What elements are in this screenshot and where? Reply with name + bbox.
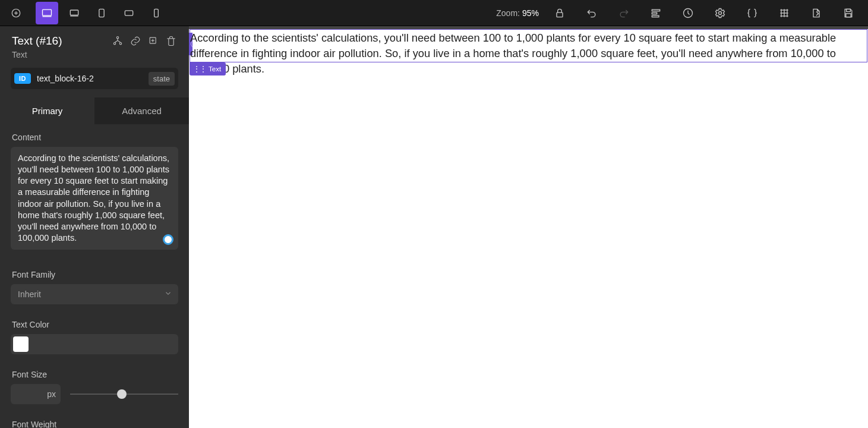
font-family-value: Inherit: [18, 289, 41, 299]
font-size-input[interactable]: px: [11, 384, 61, 404]
device-desktop-button[interactable]: [63, 2, 86, 24]
css-button[interactable]: [741, 2, 763, 24]
section-font-weight-label: Font Weight: [0, 404, 189, 428]
svg-point-15: [719, 11, 722, 14]
add-element-button[interactable]: [5, 2, 27, 24]
svg-rect-9: [154, 9, 159, 17]
tab-advanced[interactable]: Advanced: [94, 97, 189, 124]
delete-icon[interactable]: [165, 35, 177, 47]
svg-point-26: [119, 43, 121, 45]
device-group: [36, 2, 168, 24]
section-text-color-label: Text Color: [0, 304, 189, 334]
state-chip[interactable]: state: [149, 72, 175, 86]
svg-rect-23: [846, 13, 851, 17]
content-textarea[interactable]: According to the scientists' calculation…: [11, 147, 178, 250]
svg-rect-5: [70, 10, 78, 15]
slider-knob[interactable]: [117, 389, 127, 399]
svg-rect-7: [99, 9, 104, 17]
export-button[interactable]: [805, 2, 828, 24]
grid-button[interactable]: [773, 2, 796, 24]
font-size-slider[interactable]: [70, 388, 178, 400]
drag-handle-icon[interactable]: ⋮⋮: [193, 65, 206, 73]
text-color-input[interactable]: [11, 334, 178, 354]
redo-button[interactable]: [613, 2, 635, 24]
content-text-value: According to the scientists' calculation…: [18, 153, 171, 244]
device-tablet-landscape-button[interactable]: [118, 2, 140, 24]
svg-rect-8: [125, 10, 132, 15]
svg-rect-10: [557, 12, 563, 17]
lock-button[interactable]: [548, 2, 571, 24]
svg-rect-12: [652, 12, 656, 14]
chevron-down-icon: [164, 289, 172, 300]
section-content-label: Content: [0, 124, 189, 147]
color-swatch[interactable]: [13, 336, 29, 352]
undo-button[interactable]: [580, 2, 603, 24]
selection-tag-label: Text: [209, 65, 221, 73]
structure-button[interactable]: [645, 2, 667, 24]
zoom-label-text: Zoom:: [496, 8, 520, 18]
duplicate-icon[interactable]: [147, 35, 159, 47]
svg-rect-13: [652, 15, 659, 17]
id-chip: ID: [14, 73, 31, 84]
history-button[interactable]: [677, 2, 699, 24]
link-icon[interactable]: [130, 35, 141, 47]
font-size-unit: px: [47, 389, 56, 399]
element-id-row[interactable]: ID text_block-16-2 state: [11, 68, 178, 89]
grammarly-icon[interactable]: [163, 234, 173, 245]
section-font-family-label: Font Family: [0, 250, 189, 284]
element-id-value: text_block-16-2: [37, 74, 143, 83]
font-family-select[interactable]: Inherit: [11, 284, 178, 304]
zoom-value: 95%: [522, 8, 539, 18]
selection-tag[interactable]: ⋮⋮ Text: [190, 62, 226, 75]
svg-point-25: [113, 43, 115, 45]
svg-rect-11: [652, 10, 659, 11]
zoom-indicator[interactable]: Zoom: 95%: [496, 8, 539, 18]
inspector-title: Text (#16): [12, 34, 106, 48]
tree-icon[interactable]: [112, 35, 124, 47]
canvas-text-block[interactable]: According to the scientists' calculation…: [189, 30, 868, 77]
inspector-tabs: Primary Advanced: [0, 97, 189, 124]
svg-rect-22: [847, 9, 851, 11]
svg-point-24: [116, 37, 118, 39]
inspector-panel: Text (#16) Text ID text_block-16-2 state…: [0, 26, 189, 428]
device-tablet-button[interactable]: [90, 2, 113, 24]
section-font-size-label: Font Size: [0, 354, 189, 384]
inspector-subtitle: Text: [0, 50, 189, 65]
top-toolbar: Zoom: 95%: [0, 0, 868, 26]
save-button[interactable]: [837, 2, 860, 24]
settings-button[interactable]: [709, 2, 731, 24]
device-desktop-large-button[interactable]: [36, 2, 58, 24]
tab-primary[interactable]: Primary: [0, 97, 94, 124]
svg-rect-3: [43, 10, 52, 15]
device-mobile-button[interactable]: [145, 2, 168, 24]
canvas[interactable]: According to the scientists' calculation…: [189, 26, 868, 428]
inspector-scroll[interactable]: Content According to the scientists' cal…: [0, 124, 189, 428]
